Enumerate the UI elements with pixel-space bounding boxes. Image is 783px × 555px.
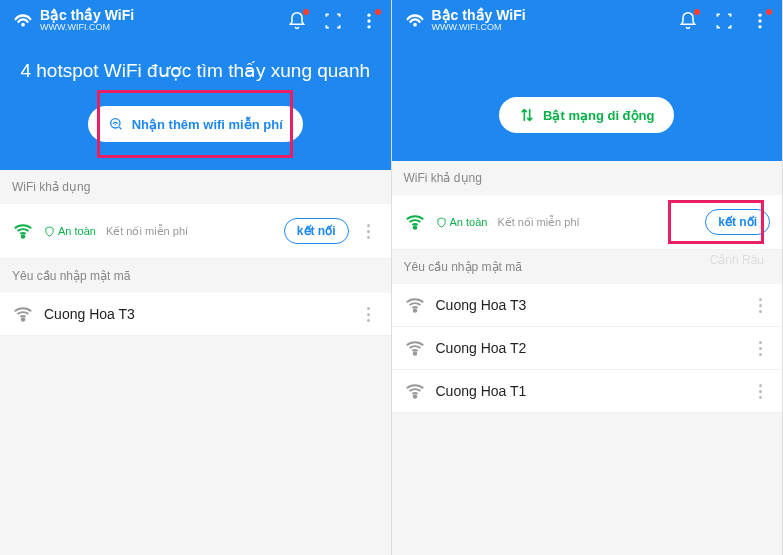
wifi-master-icon bbox=[404, 10, 426, 32]
pill-label: Nhận thêm wifi miễn phí bbox=[132, 117, 283, 132]
password-required-label: Yêu cầu nhập mật mã bbox=[0, 259, 391, 293]
svg-point-8 bbox=[758, 13, 761, 16]
logo-wrap: Bậc thầy WiFi WWW.WIFI.COM bbox=[404, 8, 671, 33]
svg-point-1 bbox=[367, 13, 370, 16]
available-label: WiFi khả dụng bbox=[0, 170, 391, 204]
wifi-row-available[interactable]: An toàn Kết nối miễn phí kết nối bbox=[392, 195, 783, 250]
wifi-signal-icon bbox=[12, 220, 34, 242]
net-meta: An toàn Kết nối miễn phí bbox=[436, 216, 696, 229]
safe-badge: An toàn bbox=[44, 225, 96, 237]
more-icon[interactable] bbox=[750, 298, 770, 313]
scan-icon[interactable] bbox=[714, 11, 734, 31]
net-content: An toàn Kết nối miễn phí bbox=[436, 216, 696, 229]
enable-mobile-data-button[interactable]: Bật mạng di động bbox=[499, 97, 674, 133]
notification-icon[interactable] bbox=[678, 11, 698, 31]
svg-point-13 bbox=[413, 352, 416, 355]
notification-icon[interactable] bbox=[287, 11, 307, 31]
topbar: Bậc thầy WiFi WWW.WIFI.COM bbox=[392, 0, 783, 41]
svg-point-11 bbox=[413, 226, 416, 229]
top-icons bbox=[287, 11, 379, 31]
app-subtitle: WWW.WIFI.COM bbox=[40, 23, 134, 33]
svg-point-7 bbox=[413, 22, 417, 26]
notification-badge bbox=[694, 9, 700, 15]
app-subtitle: WWW.WIFI.COM bbox=[432, 23, 526, 33]
notification-badge bbox=[303, 9, 309, 15]
screen-right: Bậc thầy WiFi WWW.WIFI.COM bbox=[392, 0, 784, 555]
wifi-signal-lock-icon bbox=[404, 337, 426, 359]
svg-point-9 bbox=[758, 19, 761, 22]
topbar: Bậc thầy WiFi WWW.WIFI.COM bbox=[0, 0, 391, 41]
pill-wrap: Bật mạng di động bbox=[392, 97, 783, 161]
svg-point-0 bbox=[21, 22, 25, 26]
scan-icon[interactable] bbox=[323, 11, 343, 31]
network-name: Cuong Hoa T2 bbox=[436, 340, 741, 356]
menu-icon[interactable] bbox=[750, 11, 770, 31]
network-name: Cuong Hoa T3 bbox=[436, 297, 741, 313]
svg-point-12 bbox=[413, 309, 416, 312]
free-connect-label: Kết nối miễn phí bbox=[106, 225, 188, 238]
svg-point-10 bbox=[758, 25, 761, 28]
net-content: Cuong Hoa T3 bbox=[44, 306, 349, 322]
net-meta: An toàn Kết nối miễn phí bbox=[44, 225, 274, 238]
safe-label: An toàn bbox=[58, 225, 96, 237]
wifi-row-locked[interactable]: Cuong Hoa T1 bbox=[392, 370, 783, 413]
app-title: Bậc thầy WiFi bbox=[40, 8, 134, 23]
more-icon[interactable] bbox=[750, 341, 770, 356]
app-title: Bậc thầy WiFi bbox=[432, 8, 526, 23]
screen-left: Bậc thầy WiFi WWW.WIFI.COM 4 hotspot WiF… bbox=[0, 0, 392, 555]
svg-point-2 bbox=[367, 19, 370, 22]
wifi-row-locked[interactable]: Cuong Hoa T2 bbox=[392, 327, 783, 370]
connect-button[interactable]: kết nối bbox=[284, 218, 349, 244]
wifi-signal-lock-icon bbox=[404, 294, 426, 316]
header: Bậc thầy WiFi WWW.WIFI.COM bbox=[392, 0, 783, 161]
wifi-row-locked[interactable]: Cuong Hoa T3 bbox=[392, 284, 783, 327]
pill-label: Bật mạng di động bbox=[543, 108, 654, 123]
more-icon[interactable] bbox=[359, 224, 379, 239]
title-wrap: Bậc thầy WiFi WWW.WIFI.COM bbox=[40, 8, 134, 33]
pill-wrap: Nhận thêm wifi miễn phí bbox=[0, 106, 391, 170]
svg-point-3 bbox=[367, 25, 370, 28]
wifi-signal-icon bbox=[404, 211, 426, 233]
wifi-row-locked[interactable]: Cuong Hoa T3 bbox=[0, 293, 391, 336]
get-free-wifi-button[interactable]: Nhận thêm wifi miễn phí bbox=[88, 106, 303, 142]
menu-badge bbox=[375, 9, 381, 15]
header: Bậc thầy WiFi WWW.WIFI.COM 4 hotspot WiF… bbox=[0, 0, 391, 170]
svg-point-4 bbox=[110, 119, 119, 128]
network-name: Cuong Hoa T1 bbox=[436, 383, 741, 399]
svg-point-5 bbox=[22, 235, 25, 238]
wifi-master-icon bbox=[12, 10, 34, 32]
logo-wrap: Bậc thầy WiFi WWW.WIFI.COM bbox=[12, 8, 279, 33]
more-icon[interactable] bbox=[750, 384, 770, 399]
safe-badge: An toàn bbox=[436, 216, 488, 228]
password-required-label: Yêu cầu nhập mật mã bbox=[392, 250, 783, 284]
net-content: An toàn Kết nối miễn phí bbox=[44, 225, 274, 238]
wifi-signal-lock-icon bbox=[12, 303, 34, 325]
svg-point-14 bbox=[413, 395, 416, 398]
title-wrap: Bậc thầy WiFi WWW.WIFI.COM bbox=[432, 8, 526, 33]
password-section: Yêu cầu nhập mật mã Cảnh Râu bbox=[392, 250, 783, 284]
connect-button[interactable]: kết nối bbox=[705, 209, 770, 235]
menu-badge bbox=[766, 9, 772, 15]
more-icon[interactable] bbox=[359, 307, 379, 322]
safe-label: An toàn bbox=[450, 216, 488, 228]
wifi-signal-lock-icon bbox=[404, 380, 426, 402]
network-name: Cuong Hoa T3 bbox=[44, 306, 349, 322]
menu-icon[interactable] bbox=[359, 11, 379, 31]
wifi-row-available[interactable]: An toàn Kết nối miễn phí kết nối bbox=[0, 204, 391, 259]
hero-spacer bbox=[392, 41, 783, 97]
available-label: WiFi khả dụng bbox=[392, 161, 783, 195]
top-icons bbox=[678, 11, 770, 31]
svg-point-6 bbox=[22, 318, 25, 321]
hero-text: 4 hotspot WiFi được tìm thấy xung quanh bbox=[0, 41, 391, 106]
free-connect-label: Kết nối miễn phí bbox=[497, 216, 579, 229]
